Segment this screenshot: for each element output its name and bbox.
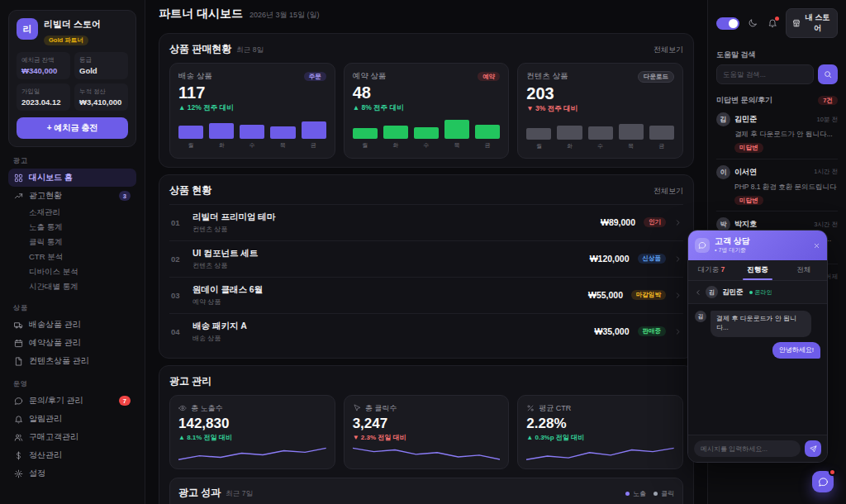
nav-label: 소재관리 [29, 207, 60, 218]
sidebar-item-settlement[interactable]: 정산관리 [8, 446, 136, 464]
bar [649, 126, 674, 139]
dollar-icon [14, 451, 23, 460]
nav-label: 컨텐츠상품 관리 [29, 355, 89, 367]
nav-label: 문의/후기 관리 [29, 395, 83, 407]
sales-bar-chart: 월화수목금 [353, 119, 501, 150]
inquiry-name: 김민준 [734, 114, 757, 125]
inquiry-item[interactable]: 이 이서연 1시간 전 PHP 8.1 환경 호환 문의드립니다 미답변 [716, 159, 838, 212]
chart-legend: 노출 클릭 [625, 489, 674, 498]
tab-label: 전체 [797, 265, 811, 273]
store-avatar: 리 [17, 18, 38, 40]
nav-section-ads: 광고 대시보드 홈 광고현황 3 소재관리 노출 통계 클릭 통계 CTR 분석… [8, 156, 136, 294]
product-badge: 신상품 [638, 254, 667, 264]
store-icon [792, 19, 801, 27]
avatar: 이 [716, 165, 730, 179]
help-search-input[interactable] [716, 64, 814, 84]
theme-toggle[interactable] [716, 17, 739, 30]
sidebar-item-impression-stats[interactable]: 노출 통계 [8, 220, 136, 235]
chat-tab-waiting[interactable]: 대기중 7 [688, 260, 734, 280]
legend-dot [625, 492, 630, 496]
sidebar-item-click-stats[interactable]: 클릭 통계 [8, 235, 136, 250]
notifications-button[interactable] [766, 17, 779, 30]
inquiry-item[interactable]: 김 김민준 10분 전 결제 후 다운로드가 안 됩니다... 미답변 [716, 107, 838, 159]
card-value: 203 [526, 84, 674, 103]
product-row[interactable]: 04 배송 패키지 A 배송 상품 ₩35,000 판매중 [169, 313, 683, 349]
chevron-right-icon [674, 219, 682, 226]
product-row[interactable]: 02 UI 컴포넌트 세트 컨텐츠 상품 ₩120,000 신상품 [169, 240, 683, 277]
sidebar-item-creatives[interactable]: 소재관리 [8, 205, 136, 220]
my-store-button[interactable]: 내 스토어 [786, 8, 838, 38]
product-price: ₩89,000 [601, 217, 635, 227]
sidebar-item-customers[interactable]: 구매고객관리 [8, 428, 136, 446]
sales-view-all-link[interactable]: 전체보기 [654, 45, 683, 55]
sidebar-item-reservation-products[interactable]: 예약상품 관리 [8, 334, 136, 352]
close-icon [813, 242, 820, 250]
tab-label: 진행중 [747, 265, 768, 273]
card-badge: 예약 [478, 72, 500, 82]
nav-section-title: 광고 [8, 156, 136, 165]
sidebar-item-ctr-analysis[interactable]: CTR 분석 [8, 250, 136, 264]
bar [302, 121, 326, 139]
sidebar-item-dashboard-home[interactable]: 대시보드 홈 [8, 169, 136, 187]
bar [526, 128, 551, 140]
nav-label: 대시보드 홈 [29, 172, 73, 183]
dark-mode-button[interactable] [746, 17, 759, 30]
card-badge: 다운로드 [638, 71, 674, 83]
chat-close-button[interactable] [813, 242, 820, 250]
performance-subtitle: 최근 7일 [226, 489, 253, 499]
sales-subtitle: 최근 8일 [236, 45, 264, 55]
ads-ctr-card: 평균 CTR 2.28% ▲ 0.3%p 전일 대비 [517, 395, 683, 469]
chat-tab-all[interactable]: 전체 [781, 260, 827, 280]
product-badge: 마감임박 [631, 290, 666, 300]
page-title: 파트너 대시보드 [159, 7, 243, 21]
sidebar-item-notifications[interactable]: 알림관리 [8, 410, 136, 428]
help-search-button[interactable] [818, 64, 838, 84]
legend-label: 노출 [633, 489, 646, 498]
ads-impressions-card: 총 노출수 142,830 ▲ 8.1% 전일 대비 [169, 395, 335, 469]
card-change: ▼ 3% 전주 대비 [526, 104, 674, 114]
sidebar-item-ad-status[interactable]: 광고현황 3 [8, 187, 136, 205]
nav-label: 노출 통계 [29, 222, 63, 233]
join-date-stat: 가입일 2023.04.12 [17, 83, 70, 111]
status-dot [749, 291, 753, 294]
inquiries-count-badge: 7건 [818, 96, 838, 106]
trend-icon [14, 192, 23, 201]
chat-message-input[interactable] [694, 440, 801, 457]
chat-send-button[interactable] [805, 440, 821, 457]
chevron-left-icon[interactable] [695, 289, 701, 296]
legend-clicks: 클릭 [654, 489, 674, 498]
products-view-all-link[interactable]: 전체보기 [654, 186, 683, 197]
chat-tabs: 대기중 7 진행중 전체 [688, 260, 827, 281]
product-name: 원데이 클래스 6월 [192, 284, 580, 296]
product-row[interactable]: 01 리빌더 프리미엄 테마 컨텐츠 상품 ₩89,000 인기 [169, 204, 683, 240]
sidebar-item-shipping-products[interactable]: 배송상품 관리 [8, 316, 136, 334]
product-price: ₩35,000 [594, 326, 629, 336]
bar [557, 126, 582, 140]
inquiry-text: 결제 후 다운로드가 안 됩니다... [734, 130, 838, 140]
sidebar-item-content-products[interactable]: 컨텐츠상품 관리 [8, 352, 136, 370]
sidebar-item-inquiries[interactable]: 문의/후기 관리 7 [8, 392, 136, 410]
bar [444, 120, 469, 139]
charge-deposit-button[interactable]: + 예치금 충전 [17, 117, 128, 139]
store-name: 리빌더 스토어 [44, 18, 101, 31]
sidebar-item-settings[interactable]: 설정 [8, 464, 136, 483]
product-name: UI 컴포넌트 세트 [192, 248, 582, 259]
chat-tab-in-progress[interactable]: 진행중 [734, 260, 781, 280]
products-panel: 상품 현황 전체보기 01 리빌더 프리미엄 테마 컨텐츠 상품 ₩89,000… [159, 174, 694, 359]
tab-count: 7 [721, 265, 725, 273]
chat-fab[interactable] [812, 471, 834, 492]
sidebar-item-hourly-stats[interactable]: 시간대별 통계 [8, 279, 136, 294]
bar-day-label: 화 [392, 141, 398, 150]
card-label: 컨텐츠 상품 [526, 71, 568, 82]
bar-day-label: 금 [485, 141, 491, 150]
nav-label: 클릭 통계 [29, 237, 63, 248]
nav-section-title: 상품 [8, 303, 136, 312]
product-row[interactable]: 03 원데이 클래스 6월 예약 상품 ₩55,000 마감임박 [169, 277, 683, 313]
bar [270, 126, 295, 139]
bar [383, 126, 408, 139]
avatar: 김 [716, 112, 730, 126]
bar [240, 125, 264, 139]
sidebar-item-device-analysis[interactable]: 디바이스 분석 [8, 264, 136, 279]
nav-label: 광고현황 [29, 190, 62, 202]
inquiries-title: 미답변 문의/후기 [716, 95, 772, 106]
